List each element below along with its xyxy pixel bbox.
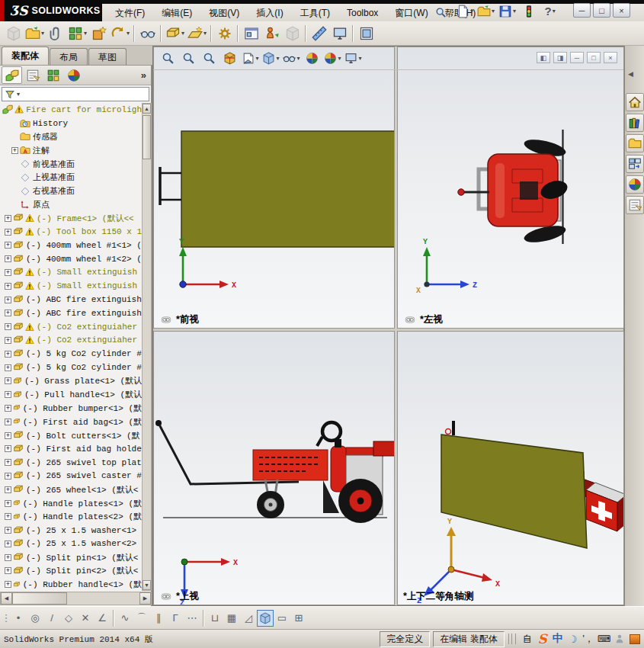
- tree-item[interactable]: +(-) Handle plates<1> (默: [0, 496, 142, 510]
- dropdown-icon[interactable]: ▾: [338, 56, 341, 62]
- scroll-down-icon[interactable]: ▼: [143, 580, 151, 590]
- soft-keyboard-icon[interactable]: ⌨: [598, 632, 610, 646]
- scroll-left-icon[interactable]: ◀: [1, 592, 12, 605]
- point-snap-button[interactable]: •: [10, 610, 27, 627]
- expand-icon[interactable]: +: [5, 541, 11, 547]
- tree-vertical-scrollbar[interactable]: ▲ ▼: [142, 103, 152, 591]
- search-icon[interactable]: [432, 5, 449, 20]
- view-settings-button[interactable]: ▾: [343, 48, 364, 69]
- panel-tab-propertymanager[interactable]: [22, 66, 43, 84]
- view-two-button[interactable]: ▭: [274, 610, 290, 627]
- show-hidden-components-button[interactable]: [137, 23, 158, 43]
- open-document-button[interactable]: ▾: [476, 1, 496, 21]
- expand-icon[interactable]: +: [5, 242, 11, 249]
- expand-icon[interactable]: +: [5, 310, 11, 316]
- expand-icon[interactable]: +: [5, 554, 11, 561]
- interference-detection-button[interactable]: [329, 23, 350, 43]
- close-button[interactable]: ×: [613, 3, 630, 18]
- scroll-right-icon[interactable]: ▶: [139, 592, 151, 605]
- expand-icon[interactable]: +: [5, 500, 11, 507]
- tree-item[interactable]: +(-) Split pin<2> (默认<: [0, 564, 142, 578]
- menu-edit[interactable]: 编辑(E): [153, 5, 200, 21]
- custom-status-icon[interactable]: 自: [521, 632, 533, 646]
- expand-icon[interactable]: +: [5, 364, 11, 371]
- expand-icon[interactable]: +: [5, 229, 11, 236]
- tree-item[interactable]: +(-) 265 swivel caster #: [0, 470, 142, 483]
- expand-icon[interactable]: +: [5, 323, 11, 330]
- design-library-button[interactable]: [626, 114, 644, 132]
- panel-tab-displaymanager[interactable]: [63, 66, 84, 84]
- tree-item[interactable]: +(-) Handle plates<2> (默: [0, 510, 142, 524]
- parallel-snap-button[interactable]: ∥: [150, 610, 167, 627]
- viewport-left[interactable]: Y Z X ◧◨─□× *左视: [397, 47, 624, 329]
- tree-item[interactable]: +(-) First aid bag<1> (默: [0, 415, 142, 428]
- tree-item[interactable]: +(-) Split pin<1> (默认<: [0, 550, 142, 564]
- hscroll-thumb[interactable]: [12, 592, 67, 605]
- tree-filter-input[interactable]: ▾: [2, 87, 149, 101]
- expand-icon[interactable]: +: [5, 255, 11, 262]
- fullwidth-mode-icon[interactable]: ☽: [567, 632, 579, 646]
- tree-item[interactable]: +(-) ABC fire extinguish: [0, 306, 142, 320]
- dropdown-icon[interactable]: ▾: [470, 8, 473, 14]
- take-snapshot-button[interactable]: [356, 23, 376, 43]
- expand-icon[interactable]: +: [5, 215, 11, 222]
- minimize-button[interactable]: ─: [573, 3, 591, 18]
- dropdown-icon[interactable]: ▾: [553, 8, 556, 14]
- chinese-mode-icon[interactable]: 中: [552, 632, 564, 646]
- minimize-view-button[interactable]: ─: [570, 52, 584, 63]
- expand-icon[interactable]: +: [5, 297, 11, 303]
- expand-icon[interactable]: +: [5, 459, 11, 466]
- rotate-component-button[interactable]: ▾: [109, 23, 131, 43]
- tree-item[interactable]: +(-) Pull handle<1> (默认: [0, 388, 142, 402]
- linear-component-pattern-button[interactable]: ▾: [66, 23, 88, 43]
- tree-item[interactable]: 右视基准面: [0, 184, 142, 198]
- menu-tools[interactable]: 工具(T): [292, 5, 338, 21]
- section-view-button[interactable]: [219, 48, 240, 69]
- insert-component-button[interactable]: [3, 23, 24, 43]
- expand-icon[interactable]: +: [5, 567, 11, 574]
- tree-item[interactable]: +(-) 5 kg Co2 cylinder #: [0, 347, 142, 361]
- grass-plate-dimetric[interactable]: [441, 435, 587, 548]
- apply-scene-button[interactable]: ▾: [322, 48, 343, 69]
- tree-item[interactable]: +(-) Co2 extinguiaher: [0, 334, 142, 348]
- grass-plate-front[interactable]: [181, 131, 395, 247]
- tree-item[interactable]: +(-) ABC fire extinguish: [0, 293, 142, 306]
- display-style-button[interactable]: ▾: [261, 48, 281, 69]
- exploded-view-button[interactable]: [261, 23, 282, 43]
- maximize-button[interactable]: □: [593, 3, 610, 18]
- mate-button[interactable]: [46, 23, 66, 43]
- close-view-button[interactable]: ×: [604, 52, 617, 63]
- tree-item[interactable]: History: [0, 117, 142, 130]
- viewport-top[interactable]: X Z *上视: [153, 331, 395, 605]
- instant3d-button[interactable]: [309, 23, 329, 43]
- new-document-button[interactable]: ▾: [454, 1, 475, 21]
- dropdown-icon[interactable]: ▾: [513, 8, 516, 14]
- smart-fasteners-button[interactable]: [88, 23, 109, 43]
- dropdown-icon[interactable]: ▾: [296, 56, 300, 62]
- expand-icon[interactable]: +: [5, 473, 11, 480]
- appearances-button[interactable]: [626, 175, 644, 194]
- dropdown-icon[interactable]: ▾: [181, 30, 184, 37]
- sogou-logo-icon[interactable]: S: [537, 632, 549, 646]
- stretch-snap-button[interactable]: ⊔: [207, 610, 223, 627]
- file-explorer-button[interactable]: [626, 134, 644, 152]
- view-single-button[interactable]: [257, 610, 274, 627]
- view-orientation-button[interactable]: ▾: [240, 48, 261, 69]
- dropdown-icon[interactable]: ▾: [255, 56, 258, 62]
- tree-item[interactable]: +(-) Frame<1> (默认<<: [0, 211, 142, 225]
- expand-icon[interactable]: +: [5, 391, 11, 398]
- assembly-features-button[interactable]: ▾: [164, 23, 186, 43]
- tree-item[interactable]: +(-) 265 wheel<1> (默认<: [0, 483, 142, 496]
- tree-root-assembly[interactable]: Fire cart for microligh: [0, 103, 142, 117]
- tree-item[interactable]: +(-) 25 x 1.5 washer<1>: [0, 524, 142, 537]
- intersection-snap-button[interactable]: ✕: [77, 610, 94, 627]
- tab-assembly[interactable]: 装配体: [2, 47, 49, 65]
- tile-left-button[interactable]: ◧: [537, 52, 550, 63]
- expand-icon[interactable]: +: [5, 581, 11, 588]
- ime-toolbox-icon[interactable]: [629, 632, 641, 646]
- view-four-button[interactable]: ⊞: [290, 610, 307, 627]
- menu-toolbox[interactable]: Toolbox: [338, 6, 386, 20]
- tree-item[interactable]: +(-) 5 kg Co2 cylinder #: [0, 361, 142, 374]
- tree-item[interactable]: +(-) Rubber bumper<1> (默: [0, 402, 142, 415]
- corner-snap-button[interactable]: Γ: [167, 610, 184, 627]
